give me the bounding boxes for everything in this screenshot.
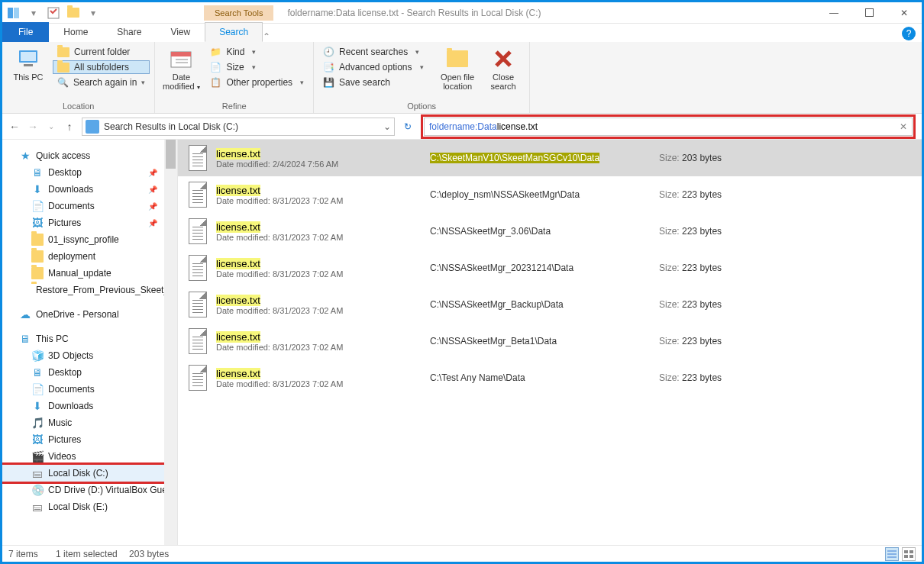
folder-icon bbox=[31, 234, 44, 246]
other-properties-button[interactable]: 📋Other properties▾ bbox=[205, 76, 309, 89]
open-file-location-button[interactable]: Open file location bbox=[436, 45, 479, 92]
close-search-label: Close search bbox=[483, 73, 523, 91]
title-bar: ▾ ▾ Search Tools foldername:Data license… bbox=[2, 2, 922, 24]
list-icon: 📑 bbox=[323, 62, 334, 73]
result-filename: license.txt bbox=[216, 368, 430, 379]
tree-quick-access[interactable]: ★Quick access bbox=[2, 147, 177, 164]
result-row[interactable]: license.txtDate modified: 8/31/2023 7:02… bbox=[178, 213, 922, 250]
tree-label: 3D Objects bbox=[48, 350, 93, 361]
tree-3d-objects[interactable]: 🧊3D Objects bbox=[2, 347, 177, 364]
result-path: C:\Test Any Name\Data bbox=[430, 372, 659, 383]
documents-icon: 📄 bbox=[31, 200, 44, 212]
chevron-down-icon: ▾ bbox=[415, 48, 419, 56]
tab-home[interactable]: Home bbox=[49, 22, 102, 42]
help-icon[interactable]: ? bbox=[902, 27, 916, 40]
tree-videos[interactable]: 🎬Videos bbox=[2, 448, 177, 465]
tree-documents2[interactable]: 📄Documents bbox=[2, 381, 177, 398]
qat-properties[interactable] bbox=[45, 5, 62, 21]
result-row[interactable]: license.txtDate modified: 8/31/2023 7:02… bbox=[178, 359, 922, 396]
tree-local-disk-e[interactable]: 🖴Local Disk (E:) bbox=[2, 498, 177, 515]
all-subfolders-button[interactable]: All subfolders bbox=[53, 60, 150, 74]
tree-restore[interactable]: Restore_From_Previous_Skeet_M bbox=[2, 282, 177, 298]
advanced-options-button[interactable]: 📑Advanced options▾ bbox=[318, 60, 433, 74]
back-button[interactable]: ← bbox=[8, 121, 21, 133]
forward-button[interactable]: → bbox=[27, 121, 39, 133]
result-filename: license.txt bbox=[216, 295, 430, 306]
tree-local-disk-c[interactable]: 🖴Local Disk (C:) bbox=[2, 465, 177, 482]
search-icon: 🔍 bbox=[57, 77, 69, 88]
refresh-button[interactable]: ↻ bbox=[401, 121, 415, 132]
details-view-icon[interactable] bbox=[885, 547, 899, 561]
tab-share[interactable]: Share bbox=[102, 22, 156, 42]
result-row[interactable]: license.txtDate modified: 2/4/2024 7:56 … bbox=[178, 140, 922, 176]
tree-cd-drive[interactable]: 💿CD Drive (D:) VirtualBox Guest A bbox=[2, 482, 177, 498]
tree-onedrive[interactable]: ☁OneDrive - Personal bbox=[2, 306, 177, 323]
result-row[interactable]: license.txtDate modified: 8/31/2023 7:02… bbox=[178, 323, 922, 359]
tree-deployment[interactable]: deployment bbox=[2, 248, 177, 265]
close-button[interactable]: ✕ bbox=[887, 2, 922, 24]
tab-file[interactable]: File bbox=[2, 22, 49, 42]
search-box[interactable]: foldername:Data license.txt ✕ bbox=[424, 118, 913, 136]
date-modified-button[interactable]: Date modified ▾ bbox=[160, 45, 202, 93]
tree-manual-update[interactable]: Manual_update bbox=[2, 265, 177, 282]
open-file-location-label: Open file location bbox=[438, 73, 477, 91]
chevron-down-icon: ▾ bbox=[300, 79, 304, 86]
tree-label: Pictures bbox=[48, 218, 81, 228]
save-search-button[interactable]: 💾Save search bbox=[318, 76, 433, 89]
tree-desktop[interactable]: 🖥Desktop📌 bbox=[2, 164, 177, 181]
ribbon-tabs: File Home Share View Search ⌃ ? bbox=[2, 24, 922, 42]
size-button[interactable]: 📄Size▾ bbox=[205, 60, 309, 74]
tree-desktop2[interactable]: 🖥Desktop bbox=[2, 364, 177, 381]
address-dropdown-icon[interactable]: ⌄ bbox=[383, 121, 391, 132]
qat-dropdown-1[interactable]: ▾ bbox=[25, 5, 42, 21]
scrollbar-thumb[interactable] bbox=[166, 140, 176, 169]
minimize-button[interactable]: — bbox=[816, 2, 851, 24]
desktop-icon: 🖥 bbox=[31, 166, 44, 179]
tab-search[interactable]: Search bbox=[205, 22, 263, 42]
up-button[interactable]: ↑ bbox=[63, 121, 76, 133]
result-row[interactable]: license.txtDate modified: 8/31/2023 7:02… bbox=[178, 250, 922, 286]
tree-label: Local Disk (E:) bbox=[48, 501, 108, 512]
clear-search-icon[interactable]: ✕ bbox=[900, 121, 907, 132]
thumbnails-view-icon[interactable] bbox=[902, 547, 916, 561]
maximize-button[interactable] bbox=[851, 2, 887, 24]
qat-new-folder[interactable] bbox=[65, 5, 82, 21]
this-pc-label: This PC bbox=[13, 73, 43, 82]
results-pane[interactable]: license.txtDate modified: 2/4/2024 7:56 … bbox=[178, 140, 922, 549]
recent-locations-dropdown[interactable]: ⌄ bbox=[45, 122, 57, 131]
tree-issync[interactable]: 01_issync_profile bbox=[2, 231, 177, 248]
result-row[interactable]: license.txtDate modified: 8/31/2023 7:02… bbox=[178, 176, 922, 213]
tree-pictures2[interactable]: 🖼Pictures bbox=[2, 431, 177, 448]
tree-label: This PC bbox=[36, 334, 69, 344]
tree-label: Pictures bbox=[48, 434, 81, 445]
tree-pictures[interactable]: 🖼Pictures📌 bbox=[2, 214, 177, 231]
result-size: Size: 223 bytes bbox=[659, 299, 722, 310]
date-modified-label: Date modified bbox=[163, 73, 195, 91]
kind-button[interactable]: 📁Kind▾ bbox=[205, 45, 309, 59]
disc-icon: 💿 bbox=[31, 484, 44, 496]
close-search-button[interactable]: Close search bbox=[482, 45, 525, 92]
navigation-pane[interactable]: ★Quick access 🖥Desktop📌 ⬇Downloads📌 📄Doc… bbox=[2, 140, 178, 549]
search-again-button[interactable]: 🔍Search again in▾ bbox=[53, 76, 150, 89]
result-path: C:\NSSASkeetMgr_3.06\Data bbox=[430, 226, 659, 237]
address-bar[interactable]: Search Results in Local Disk (C:) ⌄ bbox=[82, 118, 395, 136]
tree-this-pc[interactable]: 🖥This PC bbox=[2, 330, 177, 347]
window-title: foldername:Data license.txt - Search Res… bbox=[287, 8, 816, 18]
tree-documents[interactable]: 📄Documents📌 bbox=[2, 198, 177, 214]
tree-music[interactable]: 🎵Music bbox=[2, 414, 177, 431]
explorer-icon[interactable] bbox=[5, 5, 22, 21]
group-refine: Date modified ▾ 📁Kind▾ 📄Size▾ 📋Other pro… bbox=[155, 42, 314, 113]
search-tools-context-tab[interactable]: Search Tools bbox=[204, 5, 273, 21]
tree-downloads2[interactable]: ⬇Downloads bbox=[2, 398, 177, 414]
tree-scrollbar[interactable] bbox=[164, 140, 177, 549]
tab-view[interactable]: View bbox=[156, 22, 205, 42]
result-row[interactable]: license.txtDate modified: 8/31/2023 7:02… bbox=[178, 286, 922, 323]
this-pc-button[interactable]: This PC bbox=[7, 45, 50, 83]
collapse-ribbon-icon[interactable]: ⌃ bbox=[263, 31, 270, 42]
recent-searches-button[interactable]: 🕘Recent searches▾ bbox=[318, 45, 433, 59]
current-folder-button[interactable]: Current folder bbox=[53, 45, 150, 59]
folder-icon bbox=[31, 267, 44, 279]
tree-downloads[interactable]: ⬇Downloads📌 bbox=[2, 181, 177, 198]
qat-dropdown-2[interactable]: ▾ bbox=[85, 5, 102, 21]
result-path: C:\NSSASkeetMgr_Backup\Data bbox=[430, 299, 659, 310]
